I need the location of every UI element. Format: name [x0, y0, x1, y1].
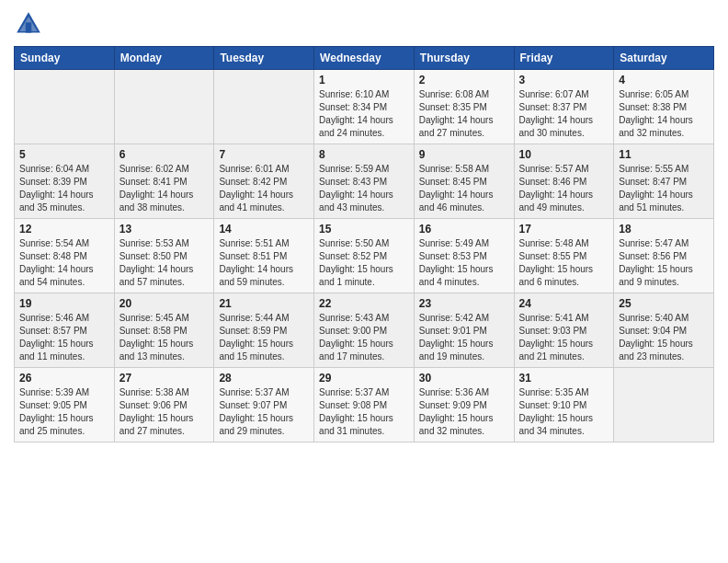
day-info: Sunrise: 6:01 AM Sunset: 8:42 PM Dayligh…	[219, 163, 309, 214]
day-number: 26	[19, 372, 109, 385]
day-number: 30	[419, 372, 509, 385]
calendar-cell	[214, 70, 314, 144]
day-number: 20	[119, 297, 210, 310]
day-info: Sunrise: 5:53 AM Sunset: 8:50 PM Dayligh…	[119, 237, 210, 289]
day-info: Sunrise: 5:45 AM Sunset: 8:58 PM Dayligh…	[119, 312, 210, 363]
day-info: Sunrise: 5:42 AM Sunset: 9:01 PM Dayligh…	[419, 312, 509, 363]
logo-icon	[14, 9, 43, 39]
calendar-week-row: 19Sunrise: 5:46 AM Sunset: 8:57 PM Dayli…	[15, 293, 714, 368]
day-info: Sunrise: 5:58 AM Sunset: 8:45 PM Dayligh…	[419, 163, 509, 214]
calendar-cell: 30Sunrise: 5:36 AM Sunset: 9:09 PM Dayli…	[414, 368, 514, 442]
calendar-cell: 18Sunrise: 5:47 AM Sunset: 8:56 PM Dayli…	[614, 219, 714, 293]
day-info: Sunrise: 5:47 AM Sunset: 8:56 PM Dayligh…	[619, 237, 709, 289]
day-number: 2	[419, 74, 509, 86]
day-info: Sunrise: 5:46 AM Sunset: 8:57 PM Dayligh…	[19, 312, 109, 363]
calendar-cell: 10Sunrise: 5:57 AM Sunset: 8:46 PM Dayli…	[514, 144, 614, 219]
calendar-cell: 11Sunrise: 5:55 AM Sunset: 8:47 PM Dayli…	[614, 144, 714, 219]
calendar-cell	[15, 70, 115, 144]
day-number: 3	[519, 74, 609, 86]
calendar-cell: 1Sunrise: 6:10 AM Sunset: 8:34 PM Daylig…	[314, 70, 415, 144]
calendar-week-row: 5Sunrise: 6:04 AM Sunset: 8:39 PM Daylig…	[15, 144, 714, 219]
calendar-cell	[614, 368, 714, 442]
day-info: Sunrise: 5:39 AM Sunset: 9:05 PM Dayligh…	[19, 386, 109, 438]
calendar-cell: 26Sunrise: 5:39 AM Sunset: 9:05 PM Dayli…	[15, 368, 115, 442]
day-number: 21	[219, 297, 309, 310]
day-number: 25	[619, 297, 709, 310]
calendar-cell: 31Sunrise: 5:35 AM Sunset: 9:10 PM Dayli…	[514, 368, 614, 442]
day-info: Sunrise: 6:05 AM Sunset: 8:38 PM Dayligh…	[619, 88, 709, 140]
calendar-tbody: 1Sunrise: 6:10 AM Sunset: 8:34 PM Daylig…	[15, 70, 714, 442]
day-info: Sunrise: 6:07 AM Sunset: 8:37 PM Dayligh…	[519, 88, 609, 140]
calendar-cell: 17Sunrise: 5:48 AM Sunset: 8:55 PM Dayli…	[514, 219, 614, 293]
day-number: 16	[419, 223, 509, 236]
weekday-header-tuesday: Tuesday	[214, 47, 314, 70]
weekday-header-monday: Monday	[114, 47, 214, 70]
calendar-cell: 29Sunrise: 5:37 AM Sunset: 9:08 PM Dayli…	[314, 368, 415, 442]
day-number: 24	[519, 297, 609, 310]
day-info: Sunrise: 5:48 AM Sunset: 8:55 PM Dayligh…	[519, 237, 609, 289]
day-info: Sunrise: 5:50 AM Sunset: 8:52 PM Dayligh…	[319, 237, 409, 289]
day-info: Sunrise: 5:38 AM Sunset: 9:06 PM Dayligh…	[119, 386, 210, 438]
calendar-week-row: 12Sunrise: 5:54 AM Sunset: 8:48 PM Dayli…	[15, 219, 714, 293]
day-number: 7	[219, 148, 309, 161]
day-info: Sunrise: 5:54 AM Sunset: 8:48 PM Dayligh…	[19, 237, 109, 289]
calendar-week-row: 26Sunrise: 5:39 AM Sunset: 9:05 PM Dayli…	[15, 368, 714, 442]
day-number: 28	[219, 372, 309, 385]
calendar-cell: 7Sunrise: 6:01 AM Sunset: 8:42 PM Daylig…	[214, 144, 314, 219]
calendar-cell: 4Sunrise: 6:05 AM Sunset: 8:38 PM Daylig…	[614, 70, 714, 144]
logo	[14, 9, 47, 39]
calendar-cell: 16Sunrise: 5:49 AM Sunset: 8:53 PM Dayli…	[414, 219, 514, 293]
calendar-cell: 28Sunrise: 5:37 AM Sunset: 9:07 PM Dayli…	[214, 368, 314, 442]
page-header	[14, 9, 714, 39]
day-number: 14	[219, 223, 309, 236]
calendar-cell	[114, 70, 214, 144]
calendar-cell: 8Sunrise: 5:59 AM Sunset: 8:43 PM Daylig…	[314, 144, 415, 219]
weekday-header-friday: Friday	[514, 47, 614, 70]
day-info: Sunrise: 6:02 AM Sunset: 8:41 PM Dayligh…	[119, 163, 210, 214]
day-info: Sunrise: 6:04 AM Sunset: 8:39 PM Dayligh…	[19, 163, 109, 214]
day-number: 18	[619, 223, 709, 236]
day-info: Sunrise: 5:55 AM Sunset: 8:47 PM Dayligh…	[619, 163, 709, 214]
calendar-cell: 22Sunrise: 5:43 AM Sunset: 9:00 PM Dayli…	[314, 293, 415, 368]
day-number: 4	[619, 74, 709, 86]
day-number: 27	[119, 372, 210, 385]
day-info: Sunrise: 5:37 AM Sunset: 9:07 PM Dayligh…	[219, 386, 309, 438]
day-number: 23	[419, 297, 509, 310]
day-number: 1	[319, 74, 409, 86]
day-info: Sunrise: 5:44 AM Sunset: 8:59 PM Dayligh…	[219, 312, 309, 363]
calendar-cell: 14Sunrise: 5:51 AM Sunset: 8:51 PM Dayli…	[214, 219, 314, 293]
day-number: 22	[319, 297, 409, 310]
calendar-cell: 21Sunrise: 5:44 AM Sunset: 8:59 PM Dayli…	[214, 293, 314, 368]
day-number: 15	[319, 223, 409, 236]
calendar-cell: 6Sunrise: 6:02 AM Sunset: 8:41 PM Daylig…	[114, 144, 214, 219]
calendar-thead: SundayMondayTuesdayWednesdayThursdayFrid…	[15, 47, 714, 70]
calendar-cell: 19Sunrise: 5:46 AM Sunset: 8:57 PM Dayli…	[15, 293, 115, 368]
calendar-cell: 20Sunrise: 5:45 AM Sunset: 8:58 PM Dayli…	[114, 293, 214, 368]
svg-rect-2	[26, 22, 31, 32]
calendar-page: SundayMondayTuesdayWednesdayThursdayFrid…	[0, 0, 728, 563]
calendar-cell: 25Sunrise: 5:40 AM Sunset: 9:04 PM Dayli…	[614, 293, 714, 368]
day-info: Sunrise: 5:36 AM Sunset: 9:09 PM Dayligh…	[419, 386, 509, 438]
calendar-cell: 24Sunrise: 5:41 AM Sunset: 9:03 PM Dayli…	[514, 293, 614, 368]
weekday-header-saturday: Saturday	[614, 47, 714, 70]
day-info: Sunrise: 5:40 AM Sunset: 9:04 PM Dayligh…	[619, 312, 709, 363]
day-number: 13	[119, 223, 210, 236]
day-number: 6	[119, 148, 210, 161]
calendar-cell: 2Sunrise: 6:08 AM Sunset: 8:35 PM Daylig…	[414, 70, 514, 144]
day-info: Sunrise: 5:51 AM Sunset: 8:51 PM Dayligh…	[219, 237, 309, 289]
day-info: Sunrise: 6:10 AM Sunset: 8:34 PM Dayligh…	[319, 88, 409, 140]
day-number: 19	[19, 297, 109, 310]
day-info: Sunrise: 5:43 AM Sunset: 9:00 PM Dayligh…	[319, 312, 409, 363]
day-number: 17	[519, 223, 609, 236]
weekday-header-sunday: Sunday	[15, 47, 115, 70]
calendar-cell: 5Sunrise: 6:04 AM Sunset: 8:39 PM Daylig…	[15, 144, 115, 219]
day-number: 5	[19, 148, 109, 161]
day-number: 12	[19, 223, 109, 236]
weekday-header-row: SundayMondayTuesdayWednesdayThursdayFrid…	[15, 47, 714, 70]
calendar-cell: 12Sunrise: 5:54 AM Sunset: 8:48 PM Dayli…	[15, 219, 115, 293]
calendar-cell: 13Sunrise: 5:53 AM Sunset: 8:50 PM Dayli…	[114, 219, 214, 293]
calendar-cell: 23Sunrise: 5:42 AM Sunset: 9:01 PM Dayli…	[414, 293, 514, 368]
day-number: 9	[419, 148, 509, 161]
day-info: Sunrise: 5:59 AM Sunset: 8:43 PM Dayligh…	[319, 163, 409, 214]
calendar-table: SundayMondayTuesdayWednesdayThursdayFrid…	[14, 46, 714, 442]
